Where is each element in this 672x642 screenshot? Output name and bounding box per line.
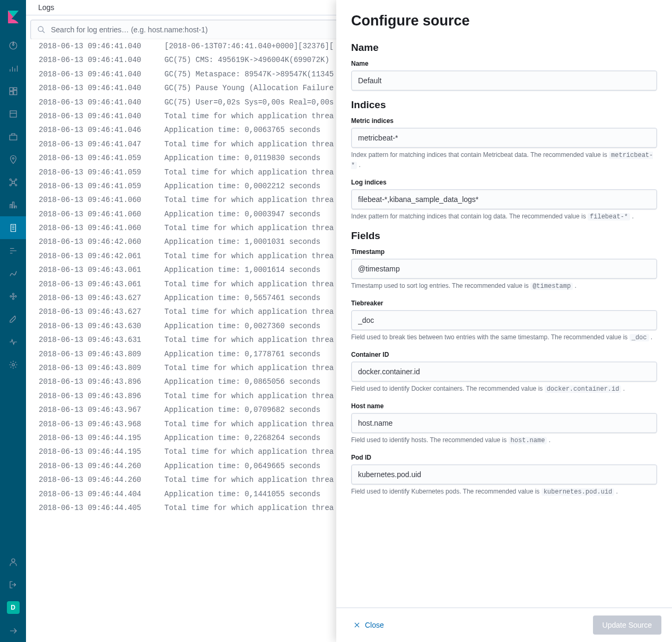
container-id-help: Field used to identify Docker containers… [351,384,657,394]
flyout-body: Configure source Name Name Indices Metri… [336,0,672,608]
nav-user-icon[interactable] [0,550,26,573]
log-timestamp: 2018-06-13 09:46:41.040 [39,110,164,122]
log-timestamp: 2018-06-13 09:46:43.967 [39,404,164,416]
log-timestamp: 2018-06-13 09:46:41.040 [39,96,164,108]
log-timestamp: 2018-06-13 09:46:43.809 [39,362,164,374]
log-timestamp: 2018-06-13 09:46:41.059 [39,152,164,164]
nav-infrastructure[interactable] [0,194,26,216]
log-timestamp: 2018-06-13 09:46:44.260 [39,474,164,486]
nav-canvas[interactable] [0,102,26,125]
hostname-label: Host name [351,402,657,410]
svg-rect-3 [13,90,16,94]
log-timestamp: 2018-06-13 09:46:41.060 [39,222,164,234]
log-timestamp: 2018-06-13 09:46:43.630 [39,320,164,332]
svg-point-18 [12,559,15,562]
nav-apm[interactable] [0,239,26,262]
svg-point-17 [12,363,14,366]
timestamp-input[interactable] [351,259,657,279]
hostname-input[interactable] [351,413,657,433]
search-icon [37,25,46,34]
svg-point-12 [15,184,16,186]
log-timestamp: 2018-06-13 09:46:43.061 [39,264,164,276]
configure-source-flyout: Configure source Name Name Indices Metri… [336,0,672,642]
svg-point-11 [10,184,11,186]
tiebreaker-input[interactable] [351,310,657,330]
nav-uptime[interactable] [0,262,26,285]
name-label: Name [351,60,657,67]
kibana-logo[interactable] [0,0,26,34]
log-timestamp: 2018-06-13 09:46:43.627 [39,292,164,304]
nav-discover[interactable] [0,34,26,57]
close-icon [353,621,361,629]
pod-id-help: Field used to identify Kubernetes pods. … [351,487,657,497]
close-button[interactable]: Close [347,617,390,634]
svg-point-7 [12,157,14,159]
svg-rect-1 [10,87,13,91]
nav-collapse-icon[interactable] [0,619,26,642]
nav-logout-icon[interactable] [0,573,26,596]
nav-dev-tools[interactable] [0,307,26,330]
log-timestamp: 2018-06-13 09:46:41.040 [39,82,164,94]
log-timestamp: 2018-06-13 09:46:41.040 [39,40,164,52]
log-timestamp: 2018-06-13 09:46:41.040 [39,68,164,80]
svg-rect-5 [10,111,16,117]
svg-point-13 [10,295,12,297]
log-timestamp: 2018-06-13 09:46:41.060 [39,208,164,220]
pod-id-input[interactable] [351,464,657,485]
log-timestamp: 2018-06-13 09:46:44.260 [39,460,164,472]
svg-point-9 [10,179,11,180]
log-timestamp: 2018-06-13 09:46:41.059 [39,166,164,178]
svg-point-19 [38,27,43,31]
name-input[interactable] [351,71,657,91]
tiebreaker-help: Field used to break ties between two ent… [351,332,657,342]
nav-monitoring[interactable] [0,330,26,353]
nav-dashboard[interactable] [0,80,26,102]
log-timestamp: 2018-06-13 09:46:41.059 [39,180,164,192]
log-timestamp: 2018-06-13 09:46:41.060 [39,194,164,206]
metric-indices-label: Metric indices [351,117,657,125]
timestamp-help: Timestamp used to sort log entries. The … [351,281,657,291]
sidebar-nav [0,34,26,550]
log-indices-input[interactable] [351,189,657,209]
user-avatar[interactable]: D [7,601,20,614]
log-timestamp: 2018-06-13 09:46:44.195 [39,446,164,458]
log-indices-label: Log indices [351,179,657,186]
log-timestamp: 2018-06-13 09:46:44.195 [39,432,164,444]
log-timestamp: 2018-06-13 09:46:43.061 [39,278,164,290]
sidebar: D [0,0,26,642]
container-id-input[interactable] [351,362,657,382]
svg-point-16 [12,298,14,300]
svg-point-14 [12,293,14,295]
log-timestamp: 2018-06-13 09:46:43.896 [39,376,164,388]
log-timestamp: 2018-06-13 09:46:44.404 [39,488,164,500]
log-timestamp: 2018-06-13 09:46:41.046 [39,124,164,136]
nav-management[interactable] [0,353,26,376]
flyout-title: Configure source [351,13,657,29]
nav-graph[interactable] [0,171,26,194]
sidebar-bottom: D [0,550,26,642]
nav-ml[interactable] [0,125,26,148]
section-indices-heading: Indices [351,99,657,111]
svg-rect-2 [13,87,16,90]
hostname-help: Field used to identify hosts. The recomm… [351,435,657,445]
svg-rect-4 [10,91,13,94]
svg-point-15 [15,295,16,297]
log-timestamp: 2018-06-13 09:46:41.047 [39,138,164,150]
svg-rect-6 [10,135,17,140]
log-timestamp: 2018-06-13 09:46:43.896 [39,390,164,402]
log-timestamp: 2018-06-13 09:46:43.968 [39,418,164,430]
log-indices-help: Index pattern for matching indices that … [351,212,657,222]
nav-siem[interactable] [0,285,26,307]
flyout-footer: Close Update Source [336,608,672,642]
nav-logs[interactable] [0,216,26,239]
log-timestamp: 2018-06-13 09:46:43.809 [39,348,164,360]
log-timestamp: 2018-06-13 09:46:42.061 [39,250,164,262]
update-source-button[interactable]: Update Source [593,615,661,635]
container-id-label: Container ID [351,351,657,358]
log-timestamp: 2018-06-13 09:46:41.040 [39,54,164,66]
section-fields-heading: Fields [351,230,657,242]
nav-maps[interactable] [0,148,26,171]
log-timestamp: 2018-06-13 09:46:43.631 [39,334,164,346]
nav-visualize[interactable] [0,57,26,80]
metric-indices-input[interactable] [351,128,657,148]
